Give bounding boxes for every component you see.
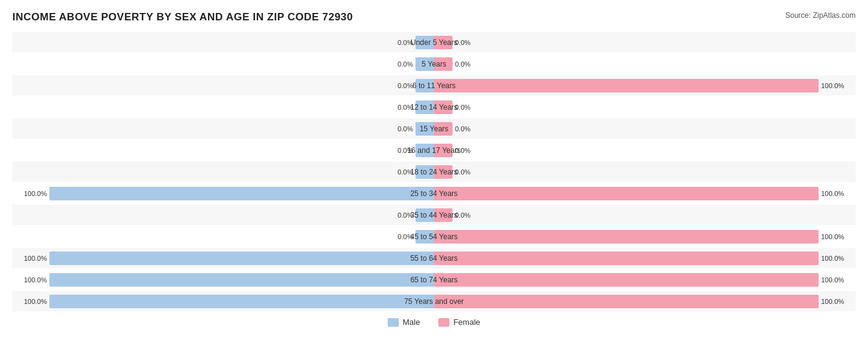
male-bar (415, 100, 434, 114)
female-bar (434, 36, 453, 49)
female-bar (434, 165, 453, 179)
female-side: 100.0% (434, 269, 856, 290)
female-value: 100.0% (821, 233, 844, 240)
female-side: 0.0% (434, 162, 856, 182)
male-value: 100.0% (24, 298, 47, 305)
female-bar (434, 144, 453, 157)
female-side: 100.0% (434, 226, 856, 247)
female-bar (434, 122, 453, 136)
female-value: 0.0% (455, 39, 470, 46)
legend-female-label: Female (453, 317, 480, 327)
legend-female: Female (438, 317, 480, 327)
male-bar (415, 144, 434, 157)
male-value: 100.0% (24, 190, 47, 197)
female-value: 0.0% (455, 211, 470, 219)
chart-source: Source: ZipAtlas.com (785, 11, 856, 20)
legend: Male Female (12, 317, 856, 327)
table-row: 0.0%Under 5 Years0.0% (12, 32, 856, 52)
male-bar (49, 252, 434, 265)
female-bar (434, 252, 819, 265)
male-side: 100.0% (12, 291, 434, 311)
male-side: 0.0% (12, 97, 434, 117)
male-bar (415, 57, 434, 71)
male-side: 0.0% (12, 54, 434, 74)
male-value: 0.0% (398, 82, 413, 89)
table-row: 100.0%75 Years and over100.0% (12, 291, 856, 311)
male-value: 0.0% (398, 60, 413, 68)
female-side: 0.0% (434, 205, 856, 225)
legend-male-box (388, 318, 399, 327)
female-bar (434, 79, 819, 92)
male-side: 0.0% (12, 140, 434, 160)
female-value: 100.0% (821, 298, 844, 305)
female-side: 100.0% (434, 248, 856, 268)
female-side: 0.0% (434, 140, 856, 160)
male-value: 0.0% (398, 147, 413, 154)
chart-header: INCOME ABOVE POVERTY BY SEX AND AGE IN Z… (12, 11, 856, 23)
female-side: 0.0% (434, 54, 856, 74)
table-row: 0.0%15 Years0.0% (12, 118, 856, 139)
legend-female-box (438, 318, 449, 327)
female-value: 100.0% (821, 276, 844, 284)
male-side: 100.0% (12, 269, 434, 290)
female-value: 0.0% (455, 147, 470, 154)
female-bar (434, 208, 453, 222)
male-value: 0.0% (398, 211, 413, 219)
male-bar (415, 122, 434, 136)
male-bar (415, 36, 434, 49)
male-value: 0.0% (398, 125, 413, 133)
table-row: 0.0%18 to 24 Years0.0% (12, 162, 856, 182)
female-value: 0.0% (455, 125, 470, 133)
table-row: 100.0%25 to 34 Years100.0% (12, 183, 856, 203)
female-bar (434, 273, 819, 287)
female-value: 100.0% (821, 82, 844, 89)
female-side: 100.0% (434, 183, 856, 203)
male-value: 100.0% (24, 276, 47, 284)
male-side: 0.0% (12, 162, 434, 182)
table-row: 0.0%35 to 44 Years0.0% (12, 205, 856, 225)
chart-body: 0.0%Under 5 Years0.0%0.0%5 Years0.0%0.0%… (12, 32, 856, 311)
male-value: 0.0% (398, 168, 413, 176)
male-value: 0.0% (398, 104, 413, 111)
legend-male-label: Male (403, 317, 420, 327)
male-bar (49, 273, 434, 287)
male-value: 0.0% (398, 233, 413, 240)
male-bar (415, 230, 434, 244)
male-bar (415, 208, 434, 222)
male-side: 0.0% (12, 32, 434, 52)
female-side: 0.0% (434, 97, 856, 117)
female-value: 0.0% (455, 60, 470, 68)
male-side: 0.0% (12, 205, 434, 225)
female-bar (434, 100, 453, 114)
table-row: 100.0%55 to 64 Years100.0% (12, 248, 856, 268)
female-bar (434, 295, 819, 308)
table-row: 100.0%65 to 74 Years100.0% (12, 269, 856, 290)
female-value: 100.0% (821, 190, 844, 197)
male-side: 0.0% (12, 118, 434, 139)
male-side: 0.0% (12, 75, 434, 96)
female-side: 0.0% (434, 118, 856, 139)
female-side: 100.0% (434, 291, 856, 311)
female-bar (434, 187, 819, 200)
female-value: 0.0% (455, 168, 470, 176)
table-row: 0.0%16 and 17 Years0.0% (12, 140, 856, 160)
male-value: 0.0% (398, 39, 413, 46)
table-row: 0.0%45 to 54 Years100.0% (12, 226, 856, 247)
chart-container: INCOME ABOVE POVERTY BY SEX AND AGE IN Z… (0, 0, 868, 344)
female-bar (434, 230, 819, 244)
male-bar (415, 79, 434, 92)
male-value: 100.0% (24, 255, 47, 262)
male-side: 100.0% (12, 248, 434, 268)
male-bar (49, 295, 434, 308)
legend-male: Male (388, 317, 420, 327)
female-value: 0.0% (455, 104, 470, 111)
male-side: 0.0% (12, 226, 434, 247)
female-side: 0.0% (434, 32, 856, 52)
male-side: 100.0% (12, 183, 434, 203)
female-bar (434, 57, 453, 71)
female-value: 100.0% (821, 255, 844, 262)
male-bar (415, 165, 434, 179)
male-bar (49, 187, 434, 200)
female-side: 100.0% (434, 75, 856, 96)
chart-title: INCOME ABOVE POVERTY BY SEX AND AGE IN Z… (12, 11, 353, 23)
